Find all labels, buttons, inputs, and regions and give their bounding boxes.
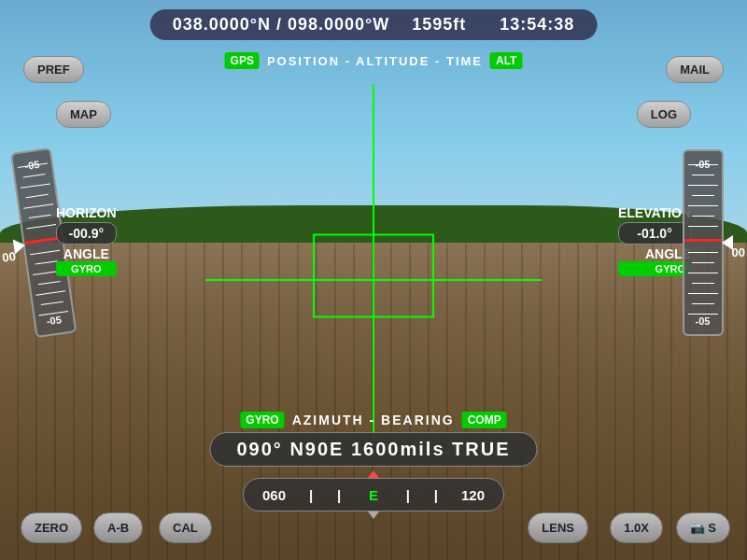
compass-pipe-mid-left: | [337,487,341,503]
compass-track: 060 | | E | | 120 [243,478,504,511]
compass-center: E [369,487,378,503]
alt-badge: ALT [490,52,522,69]
crosshair [280,177,467,383]
right-gauge-body: -05 -05 [683,149,724,336]
compass-pipe-mid-right: | [406,487,410,503]
azimuth-gyro-badge: GYRO [240,412,284,428]
right-gauge-red-line [684,239,722,242]
right-gauge-pointer [722,235,733,250]
gps-row: GPS POSITION - ALTITUDE - TIME ALT [225,52,523,69]
gps-badge: GPS [225,52,260,69]
compass-arrow-up [368,470,379,478]
right-gauge-bot-mark: -05 [684,315,722,327]
compass-arrow-down [368,511,379,519]
azimuth-label: AZIMUTH - BEARING [292,413,455,427]
cal-button[interactable]: CAL [159,512,212,543]
azimuth-comp-badge: COMP [462,412,507,428]
camera-s-label: S [708,521,716,535]
compass-pipe-right: | [434,487,438,503]
zero-button[interactable]: ZERO [21,512,82,543]
compass-strip: 060 | | E | | 120 [243,478,504,511]
altitude: 1595ft [412,15,466,34]
horizon-label: HORIZON [56,205,117,220]
compass-left: 060 [262,487,286,503]
horizon-section: HORIZON -00.9° ANGLE GYRO [56,205,117,276]
horizon-gyro: GYRO [56,261,117,276]
ui-overlay: 038.0000°N / 098.0000°W 1595ft 13:54:38 … [0,0,747,560]
coordinates: 038.0000°N / 098.0000°W [173,15,390,34]
camera-button[interactable]: 📷 S [676,512,730,543]
ab-button[interactable]: A-B [93,512,143,543]
compass-pipe-left: | [309,487,313,503]
left-gauge-pointer [12,238,25,255]
right-tilt-gauge: 00 -05 -05 [677,149,728,355]
pref-button[interactable]: PREF [23,56,84,83]
horizon-angle-label: ANGLE [56,246,117,261]
azimuth-section: GYRO AZIMUTH - BEARING COMP 090° N90E 16… [209,412,537,467]
azimuth-label-row: GYRO AZIMUTH - BEARING COMP [209,412,537,428]
mail-button[interactable]: MAIL [666,56,724,83]
azimuth-value: 090° N90E 1600mils TRUE [209,432,537,467]
mode-label: POSITION - ALTITUDE - TIME [267,54,483,68]
time-display: 13:54:38 [500,15,574,34]
log-button[interactable]: LOG [637,101,691,128]
camera-icon: 📷 [690,521,705,535]
zoom-button[interactable]: 1.0X [610,512,663,543]
horizon-angle: -00.9° [56,222,117,245]
compass-right: 120 [461,487,485,503]
lens-button[interactable]: LENS [528,512,588,543]
crosshair-vertical [373,84,374,439]
right-gauge-mid-label: 00 [732,245,745,259]
map-button[interactable]: MAP [56,101,111,128]
coordinate-bar: 038.0000°N / 098.0000°W 1595ft 13:54:38 [150,9,598,40]
